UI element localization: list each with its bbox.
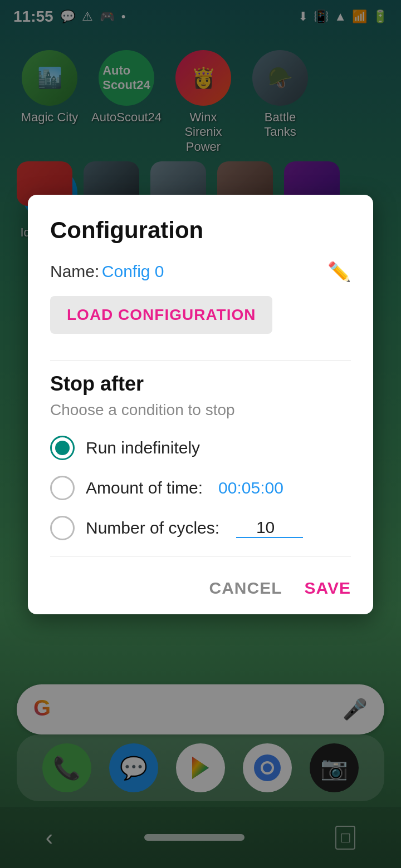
radio-value-amount-of-time: 00:05:00 xyxy=(218,479,283,497)
divider-2 xyxy=(50,556,351,556)
stop-after-subtitle: Choose a condition to stop xyxy=(50,401,351,419)
name-label-group: Name: Config 0 xyxy=(50,262,164,281)
radio-option-run-indefinitely[interactable]: Run indefinitely xyxy=(50,436,351,460)
radio-circle-run-indefinitely[interactable] xyxy=(50,436,75,460)
radio-circle-amount-of-time[interactable] xyxy=(50,476,75,500)
cancel-button[interactable]: CANCEL xyxy=(209,579,282,598)
radio-option-amount-of-time[interactable]: Amount of time: 00:05:00 xyxy=(50,476,351,500)
radio-label-number-of-cycles: Number of cycles: xyxy=(86,519,219,537)
dialog-title: Configuration xyxy=(50,217,351,244)
dialog-actions: CANCEL SAVE xyxy=(50,568,351,598)
radio-option-number-of-cycles[interactable]: Number of cycles: xyxy=(50,516,351,540)
stop-after-title: Stop after xyxy=(50,372,351,396)
cycles-input[interactable] xyxy=(236,518,303,538)
name-value: Config 0 xyxy=(102,262,164,280)
name-label: Name: xyxy=(50,262,99,280)
save-button[interactable]: SAVE xyxy=(305,579,351,598)
divider-1 xyxy=(50,361,351,361)
radio-circle-number-of-cycles[interactable] xyxy=(50,516,75,540)
name-row: Name: Config 0 ✏️ xyxy=(50,260,351,283)
edit-icon[interactable]: ✏️ xyxy=(327,260,351,283)
radio-label-run-indefinitely: Run indefinitely xyxy=(86,438,200,457)
configuration-dialog: Configuration Name: Config 0 ✏️ LOAD CON… xyxy=(28,195,373,614)
load-configuration-button[interactable]: LOAD CONFIGURATION xyxy=(50,296,272,334)
radio-inner-run-indefinitely xyxy=(55,441,70,455)
radio-label-amount-of-time: Amount of time: xyxy=(86,479,203,497)
